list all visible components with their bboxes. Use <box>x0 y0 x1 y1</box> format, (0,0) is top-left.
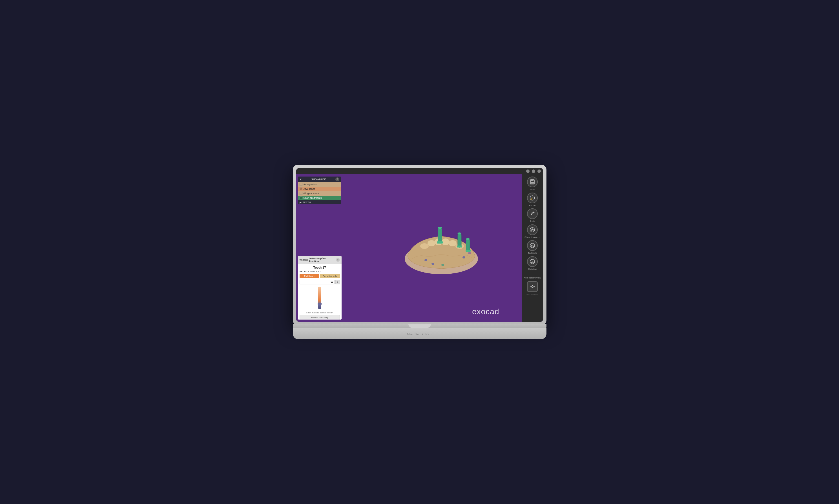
svg-point-8 <box>438 227 442 229</box>
svg-rect-22 <box>531 180 533 181</box>
teeth-row[interactable]: ▶ TEETH <box>298 200 341 204</box>
svg-text:🎓: 🎓 <box>531 196 534 200</box>
version-label: v2.3-6990/64 <box>527 294 538 296</box>
close-button[interactable] <box>537 169 541 173</box>
svg-point-17 <box>468 252 471 254</box>
tools-button[interactable]: Tools <box>524 208 541 223</box>
add-custom-view-section: Add custom view <box>524 274 541 280</box>
show-distances-icon <box>527 224 538 235</box>
svg-point-16 <box>462 256 465 258</box>
svg-point-12 <box>466 238 469 240</box>
export-button[interactable]: 🎓 Export <box>524 193 541 207</box>
star-button[interactable]: ★ <box>336 280 340 284</box>
gingiva-scans-label: Gingiva scans <box>304 192 320 195</box>
tab-row: Full library Favorites only <box>299 274 340 278</box>
antagonists-item[interactable]: Antagonists <box>298 182 341 187</box>
svg-text:▲: ▲ <box>532 284 533 286</box>
screen-bezel: ▼ SHOW/HIDE ? Antagonists Jaw scans <box>296 168 543 322</box>
main-area: ▼ SHOW/HIDE ? Antagonists Jaw scans <box>296 174 543 322</box>
show-hide-title: SHOW/HIDE <box>311 178 326 181</box>
exocad-logo: exocad <box>472 307 499 316</box>
slider-track <box>318 287 321 309</box>
laptop-bottom: MacBook Pro <box>293 328 546 339</box>
svg-text:▶: ▶ <box>533 286 535 287</box>
cut-view-button[interactable]: Cut view <box>524 256 541 271</box>
tools-label: Tools <box>530 220 535 223</box>
jaw-scans-item[interactable]: Jaw scans <box>298 187 341 191</box>
show-hide-header[interactable]: ▼ SHOW/HIDE ? <box>298 177 341 182</box>
svg-point-1 <box>420 243 429 249</box>
svg-text:▼: ▼ <box>532 286 533 288</box>
trusmile-label: TruSmile <box>528 252 537 254</box>
teeth-label: TEETH <box>303 201 311 204</box>
jaw-scans-checkbox[interactable] <box>299 187 303 190</box>
best-fit-button[interactable]: Best fit matching <box>299 315 340 320</box>
favorites-only-tab[interactable]: Favorites only <box>320 274 340 278</box>
title-bar <box>296 168 543 174</box>
export-icon: 🎓 <box>527 193 538 203</box>
laptop-hinge <box>293 324 546 328</box>
svg-rect-19 <box>457 246 462 248</box>
svg-point-14 <box>431 263 434 265</box>
implant-select[interactable] <box>299 280 335 284</box>
save-button[interactable]: Save <box>524 177 541 191</box>
antagonists-checkbox[interactable] <box>299 183 303 186</box>
svg-point-2 <box>428 240 435 246</box>
implant-search-row: ★ <box>299 280 340 284</box>
show-hide-panel: ▼ SHOW/HIDE ? Antagonists Jaw scans <box>298 177 341 204</box>
right-sidebar: Save 🎓 Export Tools <box>522 174 543 322</box>
show-hide-arrow: ▼ <box>299 178 302 181</box>
show-distances-label: Show distances <box>525 236 540 239</box>
show-distances-button[interactable]: Show distances <box>524 224 541 239</box>
svg-point-13 <box>425 259 427 261</box>
add-custom-view-label: Add custom view <box>524 276 541 279</box>
viewport[interactable]: exocad <box>343 174 522 322</box>
navigation-arrows-button[interactable]: ▲ ▼ ◀ ▶ <box>524 281 541 292</box>
trusmile-icon: Tru <box>527 240 538 251</box>
svg-rect-7 <box>438 228 442 243</box>
trusmile-button[interactable]: Tru TruSmile <box>524 240 541 254</box>
gingiva-scans-item[interactable]: Gingiva scans <box>298 191 341 196</box>
gingiva-scans-checkbox[interactable] <box>299 192 303 195</box>
svg-point-5 <box>449 240 457 246</box>
tools-icon <box>527 208 538 219</box>
wizard-header: Wizard Detect Implant Position ✕ <box>298 256 342 264</box>
left-panel: ▼ SHOW/HIDE ? Antagonists Jaw scans <box>296 174 343 322</box>
slider-container <box>299 287 340 309</box>
screen: ▼ SHOW/HIDE ? Antagonists Jaw scans <box>296 168 543 322</box>
select-implant-label: SELECT IMPLANT <box>299 270 340 273</box>
scan-abutments-label: Scan abutments <box>304 197 322 199</box>
help-button[interactable]: ? <box>336 177 339 181</box>
svg-rect-9 <box>458 233 461 248</box>
slider-thumb[interactable] <box>318 303 322 305</box>
svg-rect-20 <box>466 250 470 252</box>
macbook-label: MacBook Pro <box>407 332 432 336</box>
svg-line-26 <box>531 214 532 215</box>
save-icon <box>527 177 538 187</box>
save-label: Save <box>530 188 535 191</box>
cut-view-icon <box>527 256 538 267</box>
wizard-subtitle: Detect Implant Position <box>309 257 336 263</box>
jaw-scans-label: Jaw scans <box>304 187 315 190</box>
svg-point-4 <box>442 238 449 245</box>
svg-point-15 <box>441 264 444 266</box>
export-label: Export <box>529 204 535 207</box>
wizard-title: Wizard <box>299 258 308 261</box>
wizard-content: Tooth 17 SELECT IMPLANT Full library Fav… <box>298 264 342 320</box>
minimize-button[interactable] <box>526 169 530 173</box>
click-hint: Click marked point on scan <box>299 311 340 314</box>
antagonists-label: Antagonists <box>304 183 317 186</box>
svg-text:Tru: Tru <box>531 245 534 247</box>
laptop-base: MacBook Pro <box>293 324 546 339</box>
dental-model-3d <box>396 217 486 280</box>
teeth-arrow: ▶ <box>299 201 302 204</box>
scan-abutments-checkbox[interactable] <box>299 197 303 199</box>
svg-rect-18 <box>437 241 443 244</box>
wizard-close-button[interactable]: ✕ <box>336 258 340 262</box>
restore-button[interactable] <box>532 169 535 173</box>
scan-abutments-item[interactable]: Scan abutments <box>298 196 341 200</box>
svg-rect-23 <box>531 182 534 184</box>
laptop-notch <box>408 324 431 328</box>
full-library-tab[interactable]: Full library <box>299 274 320 278</box>
svg-point-10 <box>458 233 461 235</box>
